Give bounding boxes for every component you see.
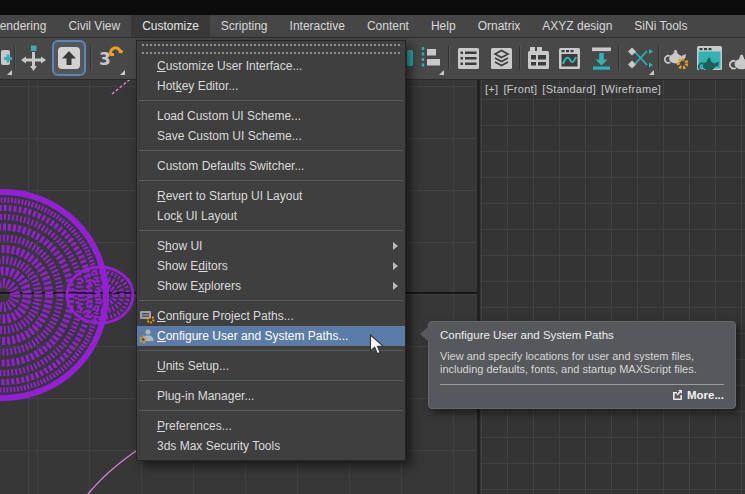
menubar-item-civil-view[interactable]: Civil View [57, 15, 131, 37]
menu-separator [137, 346, 405, 356]
menu-item-show-editors[interactable]: Show Editors [137, 256, 405, 276]
menubar-item-ornatrix[interactable]: Ornatrix [467, 15, 532, 37]
menu-item-save-custom-ui-scheme[interactable]: Save Custom UI Scheme... [137, 126, 405, 146]
menu-item-preferences[interactable]: Preferences... [137, 416, 405, 436]
menu-item-label: Save Custom UI Scheme... [157, 129, 302, 143]
menubar-item-axyz-design[interactable]: AXYZ design [531, 15, 623, 37]
menu-item-configure-user-system-paths[interactable]: Configure User and System Paths... [137, 326, 405, 346]
submenu-arrow-icon [393, 242, 398, 250]
snaps-toggle-3d-button[interactable]: 3 [93, 40, 126, 76]
ribbon-toggle-icon [526, 46, 551, 71]
layer-explorer-button[interactable] [486, 40, 517, 76]
toolbar-separator [658, 46, 659, 70]
menubar: RenderingCivil ViewCustomizeScriptingInt… [0, 15, 745, 38]
menubar-item-interactive[interactable]: Interactive [279, 15, 356, 37]
scene-explorer-icon [456, 46, 481, 71]
menubar-item-customize[interactable]: Customize [131, 15, 210, 37]
customize-menu-dropdown: Customize User Interface...Hotkey Editor… [136, 40, 406, 461]
menubar-item-help[interactable]: Help [420, 15, 467, 37]
mirror-icon [417, 45, 443, 71]
menu-item-units-setup[interactable]: Units Setup... [137, 356, 405, 376]
title-strip [0, 0, 745, 15]
menu-item-load-custom-ui-scheme[interactable]: Load Custom UI Scheme... [137, 106, 405, 126]
menu-separator [137, 176, 405, 186]
viewport-label: [+][Front][Standard][Wireframe] [485, 83, 666, 95]
tooltip-more-link[interactable]: More... [440, 389, 724, 401]
tooltip: Configure User and System Paths View and… [428, 321, 736, 409]
submenu-arrow-icon [393, 262, 398, 270]
dock-arrow-button[interactable] [586, 40, 616, 76]
select-and-link-icon [0, 45, 13, 71]
select-and-place-button[interactable] [52, 40, 86, 76]
flyout-indicator [649, 70, 654, 75]
menu-item-hotkey-editor[interactable]: Hotkey Editor... [137, 76, 405, 96]
viewport-label-part-3[interactable]: [Wireframe] [601, 83, 661, 95]
menu-separator [137, 296, 405, 306]
select-and-link-button[interactable] [0, 40, 13, 76]
menu-item-label: Hotkey Editor... [157, 79, 238, 93]
menubar-item-scripting[interactable]: Scripting [210, 15, 279, 37]
mirror-button[interactable] [414, 40, 445, 76]
toolbar-separator [448, 46, 449, 70]
menu-item-show-ui[interactable]: Show UI [137, 236, 405, 256]
rendered-frame-window-icon [696, 45, 723, 71]
viewport-label-part-1[interactable]: [Front] [503, 83, 537, 95]
tooltip-body: View and specify locations for user and … [440, 350, 724, 377]
menubar-item-rendering[interactable]: Rendering [0, 15, 57, 37]
render-production-button[interactable] [726, 40, 745, 76]
menu-item-label: 3ds Max Security Tools [157, 439, 280, 453]
render-setup-button[interactable] [662, 40, 693, 76]
menu-separator [137, 226, 405, 236]
menu-item-3ds-max-security-tools[interactable]: 3ds Max Security Tools [137, 436, 405, 456]
menu-tearoff-strip[interactable] [142, 44, 400, 54]
scene-explorer-button[interactable] [453, 40, 484, 76]
mouse-cursor [369, 334, 385, 356]
viewport-label-part-2[interactable]: [Standard] [542, 83, 596, 95]
user-paths-icon [139, 328, 155, 344]
menu-item-customize-user-interface[interactable]: Customize User Interface... [137, 56, 405, 76]
menu-item-label: Lock UI Layout [157, 209, 237, 223]
menu-item-label: Custom Defaults Switcher... [157, 159, 304, 173]
rendered-frame-window-button[interactable] [694, 40, 725, 76]
menu-item-label: Show Explorers [157, 279, 241, 293]
menu-item-revert-to-startup-ui-layout[interactable]: Revert to Startup UI Layout [137, 186, 405, 206]
select-and-move-button[interactable] [17, 40, 50, 76]
viewport-front[interactable]: [+][Front][Standard][Wireframe] [480, 80, 745, 494]
select-and-move-icon [20, 45, 47, 72]
menu-item-custom-defaults-switcher[interactable]: Custom Defaults Switcher... [137, 156, 405, 176]
flyout-indicator [7, 70, 12, 75]
render-setup-icon [664, 45, 691, 71]
menu-item-label: Show Editors [157, 259, 228, 273]
menubar-item-sini-tools[interactable]: SiNi Tools [623, 15, 698, 37]
viewport-label-part-0[interactable]: [+] [485, 83, 498, 95]
schematic-view-button[interactable] [623, 40, 655, 76]
menu-separator [137, 146, 405, 156]
menu-item-label: Load Custom UI Scheme... [157, 109, 301, 123]
menu-item-label: Units Setup... [157, 359, 229, 373]
render-production-icon [728, 45, 745, 71]
toolbar-separator [519, 46, 520, 70]
toolbar-separator [90, 46, 91, 70]
ribbon-toggle-button[interactable] [523, 40, 553, 76]
toolbar-separator [618, 46, 619, 70]
submenu-arrow-icon [393, 282, 398, 290]
menu-separator [137, 376, 405, 386]
curve-editor-button[interactable] [554, 40, 584, 76]
partial-toolbar-icon[interactable] [407, 50, 413, 66]
menubar-item-content[interactable]: Content [356, 15, 420, 37]
3dsmax-window: RenderingCivil ViewCustomizeScriptingInt… [0, 0, 745, 494]
menu-item-configure-project-paths[interactable]: Configure Project Paths... [137, 306, 405, 326]
snaps-toggle-3d-icon: 3 [96, 45, 124, 71]
menu-item-lock-ui-layout[interactable]: Lock UI Layout [137, 206, 405, 226]
menu-item-show-explorers[interactable]: Show Explorers [137, 276, 405, 296]
external-link-icon [672, 389, 683, 400]
layer-explorer-icon [489, 46, 514, 71]
menu-item-plug-in-manager[interactable]: Plug-in Manager... [137, 386, 405, 406]
tooltip-arrow [420, 326, 429, 342]
menu-item-label: Preferences... [157, 419, 232, 433]
tooltip-title: Configure User and System Paths [440, 329, 724, 341]
menu-item-label: Configure Project Paths... [157, 309, 294, 323]
flyout-indicator [120, 70, 125, 75]
menu-separator [137, 96, 405, 106]
dock-arrow-icon [589, 45, 614, 71]
